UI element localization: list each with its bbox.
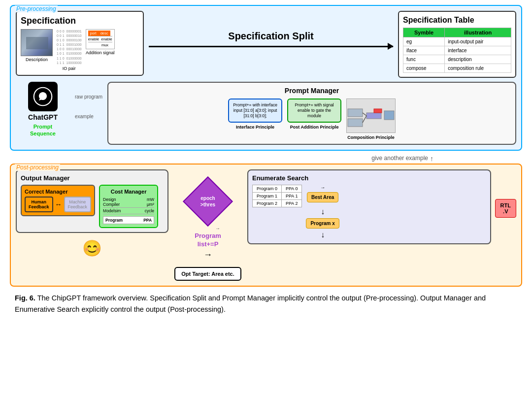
post-processing-section: Post-processing Output Manager Correct M… xyxy=(10,164,522,287)
post-addition-label: Post Addition Principle xyxy=(290,125,339,130)
down-arrow-es: ↓ xyxy=(321,207,325,216)
ppa-0: PPA 0 xyxy=(282,185,302,193)
diamond-text: epoch>thres xyxy=(200,195,215,208)
spec-table-title: Specification Table xyxy=(403,16,511,25)
prompt-sequence-label: PromptSequence xyxy=(30,123,56,137)
svg-line-4 xyxy=(363,113,366,116)
svg-rect-1 xyxy=(348,119,363,127)
program-2: Program 2 xyxy=(253,200,282,207)
diamond-wrapper: epoch>thres xyxy=(186,179,230,224)
svg-rect-2 xyxy=(366,113,381,119)
table-row: iface interface xyxy=(403,46,511,55)
prompt-manager-row: ChatGPT PromptSequence raw program examp… xyxy=(16,82,516,145)
cost-manager-title: Cost Manager xyxy=(103,189,154,195)
machine-feedback-box: MachineFeedback xyxy=(64,197,92,212)
output-manager: Output Manager Correct Manager HumanFeed… xyxy=(16,169,168,233)
correct-manager-title: Correct Manager xyxy=(25,189,91,195)
table-row: eg input-output pair xyxy=(403,37,511,46)
symble-compose: compose xyxy=(403,64,445,73)
io-table: 0 0 000000001 0 0 100000010 0 1 00000010… xyxy=(56,29,83,65)
opt-target-row: Opt Target: Area etc. xyxy=(174,267,241,281)
es-table: Program 0 PPA 0 Program 1 PPA 1 Program … xyxy=(252,185,302,207)
program-ppa-row: Program PPA xyxy=(103,216,154,224)
pre-top-row: Specification Description 0 0 000000001 … xyxy=(16,11,516,78)
cost-manager-box: Cost Manager DesignCompiler mWμm² Models… xyxy=(99,185,158,228)
svg-rect-0 xyxy=(348,109,363,117)
chatgpt-logo xyxy=(28,82,58,111)
specification-table-box: Specification Table Symble illustration … xyxy=(398,11,516,78)
cost-row-1: DesignCompiler mWμm² xyxy=(103,197,154,208)
feedback-arrow: ↔ xyxy=(55,197,62,212)
spec-chip-image xyxy=(21,29,53,56)
specification-box: Specification Description 0 0 000000001 … xyxy=(16,11,144,76)
pm-title: Prompt Manager xyxy=(112,87,511,95)
svg-rect-6 xyxy=(384,111,394,120)
svg-line-5 xyxy=(363,116,366,123)
composition-svg xyxy=(347,99,395,132)
om-title: Output Manager xyxy=(21,174,164,182)
mux-desc: mux xyxy=(101,43,108,47)
chatgpt-icon xyxy=(32,86,54,107)
main-container: Pre-processing Specification Description… xyxy=(0,0,532,325)
composition-principle-label: Composition Principle xyxy=(347,135,395,140)
program-1: Program 1 xyxy=(253,193,282,200)
interface-principle-col: Prompt+= with interface input [31:0] a[3… xyxy=(228,99,282,140)
cost-metric-1: mWμm² xyxy=(147,197,154,207)
rtl-col: RTL.V xyxy=(495,169,516,218)
table-row: compose composition rule xyxy=(403,64,511,73)
svg-rect-3 xyxy=(374,109,382,113)
addition-signal-box: port desc enable enable mux xyxy=(86,29,115,49)
illus-func: description xyxy=(445,55,511,64)
spec-content: Description 0 0 000000001 0 0 100000010 … xyxy=(21,29,139,71)
spec-split-area: Specification Split xyxy=(149,11,393,47)
composition-principle-col: Composition Principle xyxy=(346,99,396,140)
desc-header: desc xyxy=(99,31,110,36)
human-feedback-box: HumanFeedback xyxy=(25,197,53,212)
program-x-box: Program x xyxy=(306,218,339,229)
table-row: Program 2 PPA 2 xyxy=(253,200,302,207)
program-col-label: Program xyxy=(105,218,123,223)
enable-port: enable xyxy=(88,37,100,41)
io-pair-label: IO pair xyxy=(56,66,83,71)
post-addition-col: Prompt+= with signal enable to gate the … xyxy=(287,99,341,140)
specification-table: Symble illustration eg input-output pair… xyxy=(403,28,511,73)
prompt-manager-box: Prompt Manager Prompt+= with interface i… xyxy=(107,82,516,145)
give-example-row: give another example ↑ xyxy=(10,155,522,163)
chatgpt-box: ChatGPT PromptSequence xyxy=(16,82,70,137)
om-inner: Correct Manager HumanFeedback ↔ MachineF… xyxy=(21,185,164,228)
illus-compose: composition rule xyxy=(445,64,511,73)
spec-split-label: Specification Split xyxy=(228,31,313,42)
cost-rows: DesignCompiler mWμm² Modelsim cycle xyxy=(103,197,154,214)
program-0: Program 0 xyxy=(253,185,282,193)
chatgpt-label: ChatGPT xyxy=(28,113,58,121)
caption-text: The ChipGPT framework overview. Specific… xyxy=(15,294,486,313)
program-list-col: → Programlist+=P → xyxy=(195,226,221,260)
pre-processing-section: Pre-processing Specification Description… xyxy=(10,5,522,151)
signal-rows: enable enable mux xyxy=(88,36,112,48)
enumerate-search-box: Enumerate Search Program 0 PPA 0 Program… xyxy=(247,169,491,244)
caption: Fig. 6. The ChipGPT framework overview. … xyxy=(10,293,522,315)
machine-feedback-label: MachineFeedback xyxy=(68,199,88,209)
correct-manager-col: Correct Manager HumanFeedback ↔ MachineF… xyxy=(21,185,95,216)
symble-eg: eg xyxy=(403,37,445,46)
give-example-text: give another example xyxy=(371,155,428,163)
es-title: Enumerate Search xyxy=(252,174,486,182)
ppa-1: PPA 1 xyxy=(282,193,302,200)
interface-principle-label: Interface Principle xyxy=(236,125,274,130)
feedback-boxes: HumanFeedback ↔ MachineFeedback xyxy=(25,197,91,212)
enable-highlight: enable xyxy=(298,108,310,113)
spec-title: Specification xyxy=(21,16,139,26)
example-label: example xyxy=(75,114,102,119)
table-row: func description xyxy=(403,55,511,64)
right-post-column: Enumerate Search Program 0 PPA 0 Program… xyxy=(247,169,516,244)
pre-processing-label: Pre-processing xyxy=(15,5,58,12)
table-row: Program 0 PPA 0 xyxy=(253,185,302,193)
symble-iface: iface xyxy=(403,46,445,55)
post-processing-label: Post-processing xyxy=(15,164,60,171)
smiley-face: 😊 xyxy=(16,239,168,258)
symble-func: func xyxy=(403,55,445,64)
connector-labels: raw program example xyxy=(75,87,102,126)
illus-eg: input-output pair xyxy=(445,37,511,46)
composition-img xyxy=(346,99,396,133)
col2-header: illustration xyxy=(445,28,511,37)
